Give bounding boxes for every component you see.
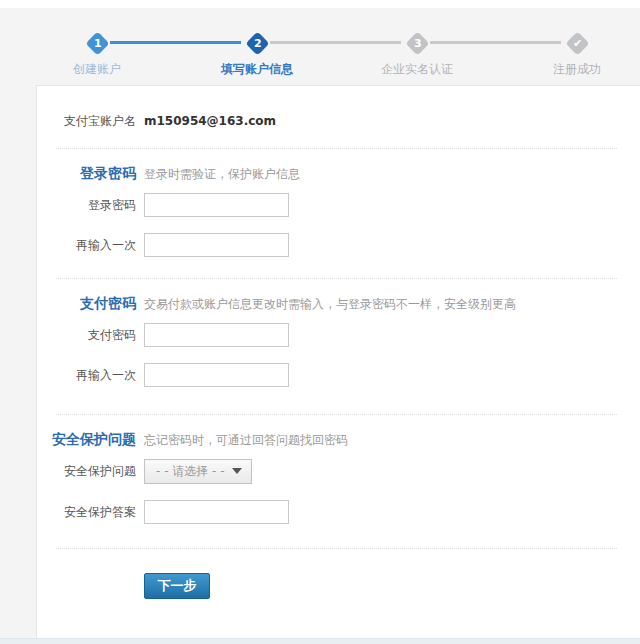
account-name-row: 支付宝账户名 m150954@163.com [37, 113, 640, 129]
security-question-title: 安全保护问题 [37, 431, 136, 449]
step-3-number: 3 [413, 38, 421, 49]
divider [56, 148, 617, 149]
next-step-button[interactable]: 下一步 [144, 573, 210, 599]
step-1-number: 1 [93, 38, 101, 49]
step-create-account: 1 创建账户 [37, 27, 157, 78]
account-name-label: 支付宝账户名 [37, 113, 136, 130]
security-answer-input[interactable] [144, 500, 289, 524]
security-answer-label: 安全保护答案 [37, 504, 136, 521]
pay-password-confirm-input[interactable] [144, 363, 289, 387]
security-question-section-header: 安全保护问题 忘记密码时，可通过回答问题找回密码 [37, 431, 640, 449]
login-password-section-header: 登录密码 登录时需验证，保护账户信息 [37, 165, 640, 183]
step-registration-success: ✔ 注册成功 [517, 27, 637, 78]
step-2-diamond: 2 [245, 31, 269, 55]
step-1-label: 创建账户 [37, 61, 157, 78]
divider [56, 278, 617, 279]
check-icon: ✔ [572, 38, 581, 49]
step-enterprise-verification: 3 企业实名认证 [357, 27, 477, 78]
step-3-label: 企业实名认证 [357, 61, 477, 78]
login-password-confirm-input[interactable] [144, 233, 289, 257]
step-4-diamond: ✔ [565, 31, 589, 55]
divider [56, 414, 617, 415]
pay-password-input[interactable] [144, 323, 289, 347]
pay-password-hint: 交易付款或账户信息更改时需输入，与登录密码不一样，安全级别更高 [144, 296, 516, 313]
login-password-row: 登录密码 [37, 193, 640, 217]
step-4-label: 注册成功 [517, 61, 637, 78]
security-question-selected-value: - - 请选择 - - [156, 463, 225, 480]
login-password-input[interactable] [144, 193, 289, 217]
pay-password-row: 支付密码 [37, 323, 640, 347]
security-question-label: 安全保护问题 [37, 463, 136, 480]
security-answer-row: 安全保护答案 [37, 500, 640, 524]
account-name-value: m150954@163.com [144, 114, 276, 128]
security-question-select[interactable]: - - 请选择 - - [144, 459, 252, 484]
footer-band [0, 638, 640, 644]
login-password-label: 登录密码 [37, 197, 136, 214]
chevron-down-icon [232, 468, 242, 474]
step-2-number: 2 [253, 38, 261, 49]
progress-steps: 1 创建账户 2 填写账户信息 3 企业实名认证 ✔ 注册成功 [0, 0, 640, 85]
login-password-hint: 登录时需验证，保护账户信息 [144, 166, 300, 183]
step-fill-account-info: 2 填写账户信息 [197, 27, 317, 78]
login-password-confirm-row: 再输入一次 [37, 233, 640, 257]
security-question-hint: 忘记密码时，可通过回答问题找回密码 [144, 432, 348, 449]
pay-password-confirm-label: 再输入一次 [37, 367, 136, 384]
button-row: 下一步 [37, 573, 640, 599]
step-2-label: 填写账户信息 [197, 61, 317, 78]
login-password-title: 登录密码 [37, 165, 136, 183]
pay-password-confirm-row: 再输入一次 [37, 363, 640, 387]
login-password-confirm-label: 再输入一次 [37, 237, 136, 254]
pay-password-label: 支付密码 [37, 327, 136, 344]
account-info-form-panel: 支付宝账户名 m150954@163.com 登录密码 登录时需验证，保护账户信… [36, 85, 640, 644]
pay-password-title: 支付密码 [37, 295, 136, 313]
divider [56, 548, 617, 549]
step-3-diamond: 3 [405, 31, 429, 55]
security-question-row: 安全保护问题 - - 请选择 - - [37, 458, 640, 484]
step-1-diamond: 1 [85, 31, 109, 55]
pay-password-section-header: 支付密码 交易付款或账户信息更改时需输入，与登录密码不一样，安全级别更高 [37, 295, 640, 313]
